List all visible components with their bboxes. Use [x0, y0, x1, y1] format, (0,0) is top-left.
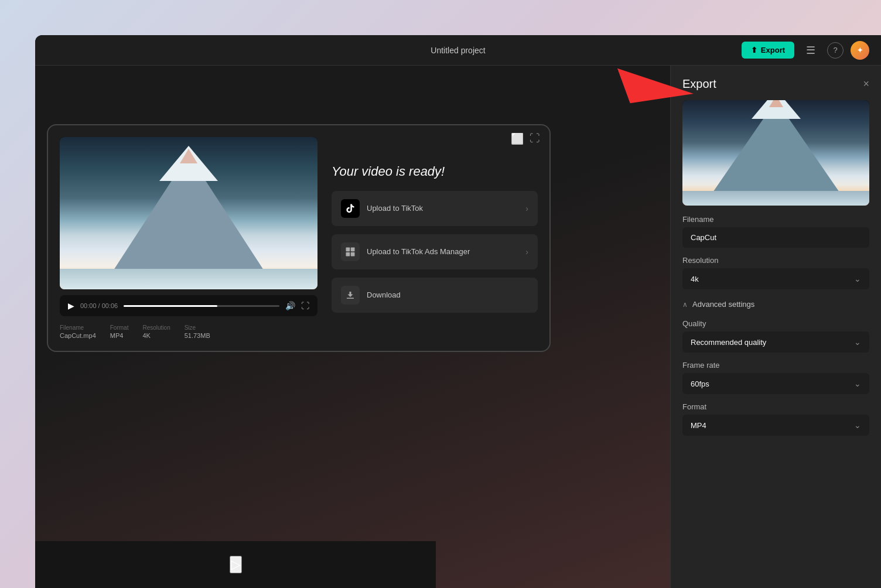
progress-fill: [124, 305, 217, 307]
download-label: Download: [367, 290, 401, 299]
svg-rect-2: [346, 252, 350, 256]
upload-tiktok-ads-label: Upload to TikTok Ads Manager: [367, 247, 470, 256]
filename-value: CapCut.mp4: [60, 332, 96, 339]
format-group: Format MP4 ⌄: [682, 402, 869, 436]
resolution-group: Resolution 4k ⌄: [682, 256, 869, 289]
main-play-button[interactable]: ▷: [230, 556, 242, 573]
play-icon[interactable]: ▶: [68, 301, 74, 310]
avatar[interactable]: ✦: [851, 41, 869, 60]
advanced-chevron-icon: ∧: [682, 300, 688, 309]
quality-group: Quality Recommended quality ⌄: [682, 319, 869, 353]
help-icon[interactable]: ?: [827, 42, 844, 59]
format-select[interactable]: MP4 ⌄: [682, 415, 869, 436]
subtitle-icon[interactable]: ⬜: [511, 132, 524, 145]
project-title: Untitled project: [431, 46, 485, 55]
info-filename: Filename CapCut.mp4: [60, 324, 96, 339]
top-bar-actions: ⬆ Export ☰ ? ✦: [742, 41, 869, 60]
format-chevron-icon: ⌄: [854, 421, 861, 430]
export-close-button[interactable]: ×: [863, 78, 869, 90]
resolution-field-label: Resolution: [682, 256, 869, 265]
mountain-peak: [180, 149, 197, 163]
progress-bar[interactable]: [124, 305, 279, 307]
video-preview-left: ▶ 00:00 / 00:06 🔊 ⛶ Filename: [60, 137, 317, 339]
resolution-value: 4K: [142, 332, 170, 339]
info-format: Format MP4: [110, 324, 129, 339]
format-value: MP4: [691, 421, 706, 430]
format-value: MP4: [110, 332, 129, 339]
tiktok-ads-chevron: ›: [525, 247, 528, 257]
frame-rate-value: 60fps: [691, 380, 709, 388]
upload-tiktok-label: Upload to TikTok: [367, 204, 423, 213]
fullscreen-icon[interactable]: ⛶: [301, 301, 309, 310]
advanced-settings-label: Advanced settings: [692, 300, 754, 309]
info-size: Size 51.73MB: [185, 324, 210, 339]
time-display: 00:00 / 00:06: [80, 302, 118, 309]
main-content: ⬜ ⛶: [35, 66, 881, 588]
export-mountain-bg: [682, 100, 869, 206]
timeline-area: ▷: [35, 541, 436, 588]
info-resolution: Resolution 4K: [142, 324, 170, 339]
tiktok-ads-icon: [341, 242, 360, 261]
svg-rect-0: [346, 247, 350, 251]
resolution-chevron-icon: ⌄: [854, 274, 861, 283]
frame-rate-select[interactable]: 60fps ⌄: [682, 373, 869, 394]
size-value: 51.73MB: [185, 332, 210, 339]
export-panel-header: Export ×: [671, 66, 881, 100]
modal-body: ▶ 00:00 / 00:06 🔊 ⛶ Filename: [48, 125, 549, 351]
filename-field-label: Filename: [682, 215, 869, 224]
tiktok-chevron: ›: [525, 204, 528, 213]
quality-chevron-icon: ⌄: [854, 337, 861, 347]
size-label: Size: [185, 324, 210, 331]
download-button[interactable]: Download: [332, 278, 538, 313]
tiktok-icon: [341, 199, 360, 218]
fullscreen-modal-icon[interactable]: ⛶: [530, 132, 540, 145]
quality-field-label: Quality: [682, 319, 869, 328]
upload-tiktok-ads-button[interactable]: Upload to TikTok Ads Manager ›: [332, 234, 538, 269]
video-controls: ▶ 00:00 / 00:06 🔊 ⛶: [60, 295, 317, 316]
export-upload-icon: ⬆: [751, 46, 757, 54]
mountain-image: [60, 137, 317, 289]
volume-icon[interactable]: 🔊: [285, 301, 295, 310]
quality-select[interactable]: Recommended quality ⌄: [682, 331, 869, 353]
filename-group: Filename: [682, 215, 869, 248]
export-thumbnail: [682, 100, 869, 206]
frame-rate-chevron-icon: ⌄: [854, 379, 861, 388]
quality-value: Recommended quality: [691, 338, 766, 347]
ready-title: Your video is ready!: [332, 164, 538, 179]
export-fields: Filename Resolution 4k ⌄ ∧ Advanced sett…: [671, 206, 881, 445]
svg-rect-1: [351, 247, 355, 251]
video-ready-modal: ⬜ ⛶: [47, 124, 551, 352]
export-button[interactable]: ⬆ Export: [742, 42, 794, 59]
format-field-label: Format: [682, 402, 869, 411]
advanced-settings-toggle[interactable]: ∧ Advanced settings: [682, 298, 869, 311]
frame-rate-label: Frame rate: [682, 361, 869, 370]
video-info: Filename CapCut.mp4 Format MP4 Resolutio…: [60, 324, 317, 339]
download-icon: [341, 286, 360, 305]
resolution-value: 4k: [691, 275, 699, 283]
resolution-label: Resolution: [142, 324, 170, 331]
frame-rate-group: Frame rate 60fps ⌄: [682, 361, 869, 394]
svg-rect-3: [351, 252, 355, 256]
filename-label: Filename: [60, 324, 96, 331]
editor-area: ⬜ ⛶: [35, 66, 670, 588]
video-ready-right: Your video is ready! Upload to TikTok ›: [332, 137, 538, 339]
format-label: Format: [110, 324, 129, 331]
menu-icon[interactable]: ☰: [801, 41, 820, 60]
app-window: Untitled project ⬆ Export ☰ ? ✦: [35, 35, 881, 588]
top-bar: Untitled project ⬆ Export ☰ ? ✦: [35, 35, 881, 66]
export-panel: Export × Filename: [670, 66, 881, 588]
upload-tiktok-button[interactable]: Upload to TikTok ›: [332, 191, 538, 226]
video-thumbnail: [60, 137, 317, 289]
filename-input[interactable]: [682, 227, 869, 248]
resolution-select[interactable]: 4k ⌄: [682, 268, 869, 289]
export-panel-title: Export: [682, 77, 716, 91]
export-button-label: Export: [761, 46, 785, 54]
modal-top-controls: ⬜ ⛶: [511, 132, 540, 145]
